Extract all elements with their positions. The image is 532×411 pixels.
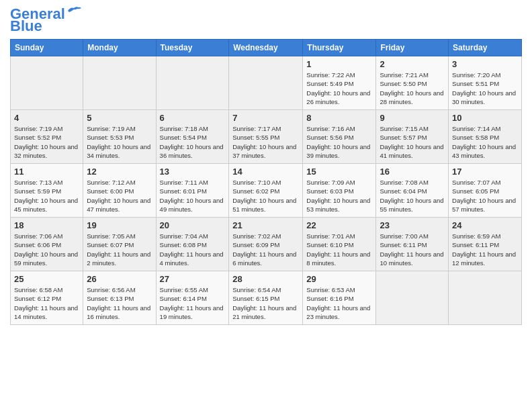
day-number: 24 <box>452 220 518 230</box>
calendar-cell: 8Sunrise: 7:16 AM Sunset: 5:56 PM Daylig… <box>303 110 376 164</box>
day-number: 13 <box>160 167 226 177</box>
day-info: Sunrise: 7:14 AM Sunset: 5:58 PM Dayligh… <box>452 124 518 160</box>
calendar-cell: 27Sunrise: 6:55 AM Sunset: 6:14 PM Dayli… <box>156 271 229 325</box>
calendar-cell: 4Sunrise: 7:19 AM Sunset: 5:52 PM Daylig… <box>11 110 83 164</box>
day-number: 6 <box>160 113 226 123</box>
calendar-cell: 6Sunrise: 7:18 AM Sunset: 5:54 PM Daylig… <box>156 110 229 164</box>
day-number: 7 <box>232 113 299 123</box>
calendar-cell: 2Sunrise: 7:21 AM Sunset: 5:50 PM Daylig… <box>376 56 449 110</box>
logo-bird-icon <box>66 5 81 16</box>
calendar-cell <box>11 56 83 110</box>
day-info: Sunrise: 7:22 AM Sunset: 5:49 PM Dayligh… <box>306 71 372 106</box>
dow-header-saturday: Saturday <box>449 40 522 56</box>
day-info: Sunrise: 7:08 AM Sunset: 6:04 PM Dayligh… <box>380 178 445 214</box>
calendar-cell: 14Sunrise: 7:10 AM Sunset: 6:02 PM Dayli… <box>229 164 303 218</box>
day-info: Sunrise: 7:00 AM Sunset: 6:11 PM Dayligh… <box>380 232 445 267</box>
calendar-cell <box>229 56 303 110</box>
day-info: Sunrise: 7:15 AM Sunset: 5:57 PM Dayligh… <box>380 124 445 160</box>
calendar-cell: 9Sunrise: 7:15 AM Sunset: 5:57 PM Daylig… <box>376 110 449 164</box>
logo: General Blue <box>10 7 81 34</box>
calendar-cell: 25Sunrise: 6:58 AM Sunset: 6:12 PM Dayli… <box>11 271 83 325</box>
calendar-cell: 7Sunrise: 7:17 AM Sunset: 5:55 PM Daylig… <box>229 110 303 164</box>
calendar-cell: 22Sunrise: 7:01 AM Sunset: 6:10 PM Dayli… <box>303 218 376 271</box>
day-number: 10 <box>452 113 518 123</box>
day-info: Sunrise: 7:10 AM Sunset: 6:02 PM Dayligh… <box>232 178 299 214</box>
day-number: 9 <box>380 113 445 123</box>
calendar-cell: 19Sunrise: 7:05 AM Sunset: 6:07 PM Dayli… <box>83 218 156 271</box>
day-info: Sunrise: 7:17 AM Sunset: 5:55 PM Dayligh… <box>232 124 299 160</box>
day-info: Sunrise: 7:02 AM Sunset: 6:09 PM Dayligh… <box>232 232 299 267</box>
calendar-cell: 28Sunrise: 6:54 AM Sunset: 6:15 PM Dayli… <box>229 271 303 325</box>
calendar-cell: 3Sunrise: 7:20 AM Sunset: 5:51 PM Daylig… <box>449 56 522 110</box>
day-info: Sunrise: 6:56 AM Sunset: 6:13 PM Dayligh… <box>87 285 152 321</box>
day-info: Sunrise: 7:19 AM Sunset: 5:52 PM Dayligh… <box>14 124 79 160</box>
day-info: Sunrise: 6:59 AM Sunset: 6:11 PM Dayligh… <box>452 232 518 267</box>
day-info: Sunrise: 7:13 AM Sunset: 5:59 PM Dayligh… <box>14 178 79 214</box>
day-number: 1 <box>306 59 372 69</box>
day-number: 11 <box>14 167 79 177</box>
calendar-cell: 12Sunrise: 7:12 AM Sunset: 6:00 PM Dayli… <box>83 164 156 218</box>
calendar-cell: 17Sunrise: 7:07 AM Sunset: 6:05 PM Dayli… <box>449 164 522 218</box>
day-number: 29 <box>306 274 372 284</box>
calendar-cell: 21Sunrise: 7:02 AM Sunset: 6:09 PM Dayli… <box>229 218 303 271</box>
day-info: Sunrise: 6:55 AM Sunset: 6:14 PM Dayligh… <box>160 285 226 321</box>
day-number: 14 <box>232 167 299 177</box>
dow-header-wednesday: Wednesday <box>229 40 303 56</box>
calendar-table: SundayMondayTuesdayWednesdayThursdayFrid… <box>10 39 522 325</box>
day-number: 3 <box>452 59 518 69</box>
day-number: 26 <box>87 274 152 284</box>
day-number: 15 <box>306 167 372 177</box>
dow-header-sunday: Sunday <box>11 40 83 56</box>
calendar-cell: 15Sunrise: 7:09 AM Sunset: 6:03 PM Dayli… <box>303 164 376 218</box>
day-info: Sunrise: 7:05 AM Sunset: 6:07 PM Dayligh… <box>87 232 152 267</box>
calendar-cell: 11Sunrise: 7:13 AM Sunset: 5:59 PM Dayli… <box>11 164 83 218</box>
day-info: Sunrise: 7:12 AM Sunset: 6:00 PM Dayligh… <box>87 178 152 214</box>
day-info: Sunrise: 7:11 AM Sunset: 6:01 PM Dayligh… <box>160 178 226 214</box>
day-info: Sunrise: 7:06 AM Sunset: 6:06 PM Dayligh… <box>14 232 79 267</box>
day-info: Sunrise: 7:21 AM Sunset: 5:50 PM Dayligh… <box>380 71 445 106</box>
day-number: 18 <box>14 220 79 230</box>
day-info: Sunrise: 7:04 AM Sunset: 6:08 PM Dayligh… <box>160 232 226 267</box>
day-number: 17 <box>452 167 518 177</box>
day-number: 28 <box>232 274 299 284</box>
day-info: Sunrise: 7:07 AM Sunset: 6:05 PM Dayligh… <box>452 178 518 214</box>
day-info: Sunrise: 7:09 AM Sunset: 6:03 PM Dayligh… <box>306 178 372 214</box>
day-number: 27 <box>160 274 226 284</box>
calendar-cell: 24Sunrise: 6:59 AM Sunset: 6:11 PM Dayli… <box>449 218 522 271</box>
dow-header-friday: Friday <box>376 40 449 56</box>
calendar-cell <box>449 271 522 325</box>
day-number: 23 <box>380 220 445 230</box>
calendar-cell: 1Sunrise: 7:22 AM Sunset: 5:49 PM Daylig… <box>303 56 376 110</box>
dow-header-monday: Monday <box>83 40 156 56</box>
day-info: Sunrise: 6:54 AM Sunset: 6:15 PM Dayligh… <box>232 285 299 321</box>
day-number: 22 <box>306 220 372 230</box>
calendar-cell <box>376 271 449 325</box>
calendar-cell: 23Sunrise: 7:00 AM Sunset: 6:11 PM Dayli… <box>376 218 449 271</box>
day-info: Sunrise: 7:20 AM Sunset: 5:51 PM Dayligh… <box>452 71 518 106</box>
day-info: Sunrise: 6:58 AM Sunset: 6:12 PM Dayligh… <box>14 285 79 321</box>
day-number: 16 <box>380 167 445 177</box>
day-info: Sunrise: 7:19 AM Sunset: 5:53 PM Dayligh… <box>87 124 152 160</box>
calendar-cell: 18Sunrise: 7:06 AM Sunset: 6:06 PM Dayli… <box>11 218 83 271</box>
day-info: Sunrise: 7:18 AM Sunset: 5:54 PM Dayligh… <box>160 124 226 160</box>
day-number: 4 <box>14 113 79 123</box>
logo-blue: Blue <box>10 19 42 34</box>
day-info: Sunrise: 7:01 AM Sunset: 6:10 PM Dayligh… <box>306 232 372 267</box>
calendar-cell: 13Sunrise: 7:11 AM Sunset: 6:01 PM Dayli… <box>156 164 229 218</box>
day-number: 21 <box>232 220 299 230</box>
calendar-cell: 5Sunrise: 7:19 AM Sunset: 5:53 PM Daylig… <box>83 110 156 164</box>
day-number: 2 <box>380 59 445 69</box>
day-number: 5 <box>87 113 152 123</box>
day-number: 25 <box>14 274 79 284</box>
day-number: 20 <box>160 220 226 230</box>
calendar-cell: 29Sunrise: 6:53 AM Sunset: 6:16 PM Dayli… <box>303 271 376 325</box>
calendar-cell: 26Sunrise: 6:56 AM Sunset: 6:13 PM Dayli… <box>83 271 156 325</box>
day-info: Sunrise: 7:16 AM Sunset: 5:56 PM Dayligh… <box>306 124 372 160</box>
calendar-cell <box>156 56 229 110</box>
calendar-cell: 20Sunrise: 7:04 AM Sunset: 6:08 PM Dayli… <box>156 218 229 271</box>
day-number: 19 <box>87 220 152 230</box>
day-info: Sunrise: 6:53 AM Sunset: 6:16 PM Dayligh… <box>306 285 372 321</box>
dow-header-tuesday: Tuesday <box>156 40 229 56</box>
page-header: General Blue <box>10 7 522 34</box>
day-number: 8 <box>306 113 372 123</box>
